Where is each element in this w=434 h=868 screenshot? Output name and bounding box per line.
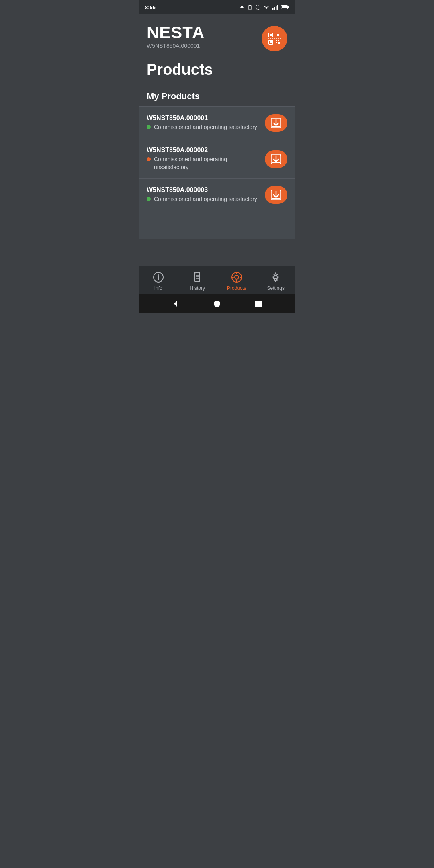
svg-rect-21 [272, 126, 280, 127]
nav-label-history: History [190, 285, 205, 291]
recent-button[interactable] [254, 300, 262, 308]
status-dot [147, 197, 151, 201]
nav-item-history[interactable]: History [178, 271, 217, 291]
device-id: W5NST850A.000001 [147, 43, 205, 49]
svg-rect-19 [278, 42, 280, 44]
product-status: Commissioned and operating satisfactory [147, 195, 260, 203]
product-item: W5NST850A.000002 Commissioned and operat… [139, 139, 295, 179]
svg-rect-30 [195, 273, 200, 282]
download-button-1[interactable] [265, 114, 287, 132]
page-title-section: Products [139, 58, 295, 85]
svg-rect-23 [272, 162, 280, 163]
product-info: W5NST850A.000002 Commissioned and operat… [147, 147, 260, 171]
section-title: My Products [147, 91, 287, 102]
status-text: Commissioned and operating unsatisfactor… [154, 156, 260, 171]
product-list: W5NST850A.000001 Commissioned and operat… [139, 107, 295, 239]
svg-marker-43 [174, 301, 177, 307]
svg-rect-13 [277, 34, 279, 36]
svg-rect-45 [255, 301, 262, 307]
nav-label-settings: Settings [267, 285, 285, 291]
wifi-icon [263, 5, 270, 10]
section-header: My Products [139, 85, 295, 107]
svg-rect-15 [270, 41, 272, 43]
svg-rect-6 [277, 5, 278, 10]
arrow-up-icon [239, 4, 245, 10]
nav-label-info: Info [154, 285, 162, 291]
svg-rect-8 [288, 6, 289, 8]
nav-label-products: Products [227, 285, 246, 291]
svg-rect-3 [272, 8, 274, 10]
home-button[interactable] [213, 300, 221, 308]
qr-icon [267, 31, 282, 46]
product-status: Commissioned and operating unsatisfactor… [147, 156, 260, 171]
svg-rect-25 [272, 198, 280, 199]
product-id: W5NST850A.000002 [147, 147, 260, 154]
product-info: W5NST850A.000001 Commissioned and operat… [147, 115, 260, 131]
download-icon [271, 154, 281, 164]
svg-rect-11 [270, 34, 272, 36]
download-button-2[interactable] [265, 150, 287, 168]
info-nav-icon [152, 271, 165, 284]
svg-point-29 [158, 274, 159, 276]
download-button-3[interactable] [265, 186, 287, 204]
svg-rect-5 [276, 6, 277, 10]
system-nav [139, 294, 295, 313]
signal-icon [272, 5, 278, 10]
products-nav-icon [230, 271, 243, 284]
download-icon [271, 118, 281, 128]
page-title: Products [147, 61, 287, 78]
settings-nav-icon [269, 271, 282, 284]
status-text: Commissioned and operating satisfactory [154, 123, 257, 131]
svg-rect-9 [282, 6, 287, 8]
product-item: W5NST850A.000001 Commissioned and operat… [139, 107, 295, 139]
history-nav-icon [191, 271, 204, 284]
product-info: W5NST850A.000003 Commissioned and operat… [147, 186, 260, 203]
product-item: W5NST850A.000003 Commissioned and operat… [139, 179, 295, 211]
nav-item-settings[interactable]: Settings [256, 271, 296, 291]
empty-area [139, 239, 295, 266]
bottom-nav: Info History Products [139, 266, 295, 294]
product-id: W5NST850A.000001 [147, 115, 260, 122]
svg-rect-4 [274, 7, 275, 10]
download-icon [271, 190, 281, 200]
brand-name: NESTA [147, 24, 205, 41]
svg-rect-16 [276, 40, 277, 41]
qr-scan-button[interactable] [262, 26, 287, 51]
svg-point-2 [256, 5, 260, 10]
svg-rect-18 [276, 42, 277, 43]
header-left: NESTA W5NST850A.000001 [147, 24, 205, 49]
nav-item-products[interactable]: Products [217, 271, 256, 291]
status-icons [239, 4, 289, 10]
battery-icon [281, 5, 289, 10]
product-id: W5NST850A.000003 [147, 186, 260, 194]
status-time: 8:56 [145, 4, 156, 10]
status-dot [147, 125, 151, 129]
header: NESTA W5NST850A.000001 [139, 14, 295, 58]
clipboard-icon [247, 4, 253, 10]
product-status: Commissioned and operating satisfactory [147, 123, 260, 131]
svg-rect-17 [278, 40, 279, 41]
svg-point-44 [214, 301, 220, 307]
status-dot [147, 157, 151, 161]
status-text: Commissioned and operating satisfactory [154, 195, 257, 203]
circle-dash-icon [255, 4, 261, 10]
nav-item-info[interactable]: Info [139, 271, 178, 291]
status-bar: 8:56 [139, 0, 295, 14]
back-button[interactable] [172, 300, 180, 308]
svg-point-37 [235, 275, 239, 279]
svg-rect-1 [249, 5, 251, 6]
